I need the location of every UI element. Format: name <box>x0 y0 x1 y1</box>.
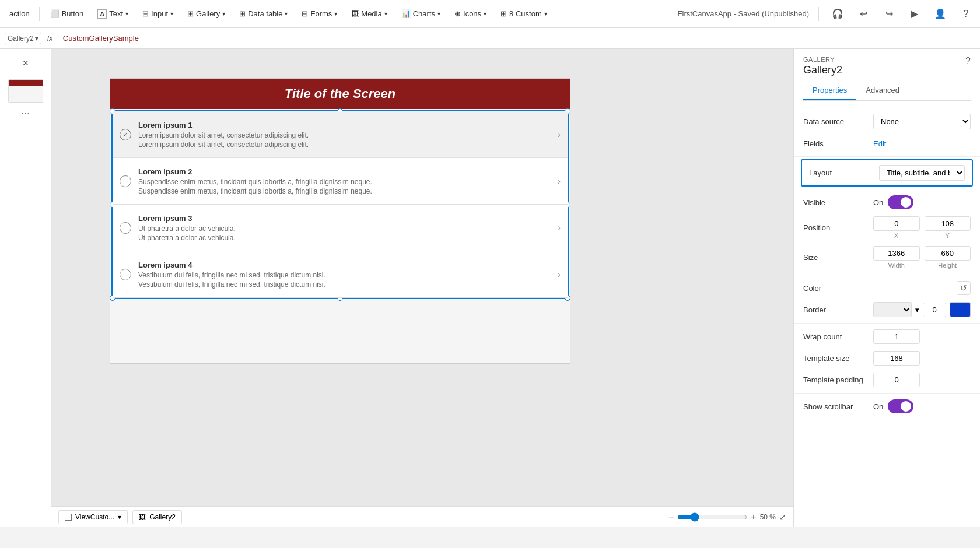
layout-label: Layout <box>809 168 879 177</box>
gallery-component[interactable]: ✓ Lorem ipsum 1 Lorem ipsum dolor sit am… <box>111 110 569 299</box>
scrollbar-toggle[interactable] <box>888 399 914 413</box>
gallery-tab[interactable]: 🖼 Gallery2 <box>132 510 182 524</box>
panel-divider-1 <box>794 156 980 157</box>
size-height-box: Height <box>925 246 971 269</box>
visible-toggle[interactable] <box>888 195 914 209</box>
show-scrollbar-row: Show scrollbar On <box>794 396 980 417</box>
position-y-input[interactable] <box>925 216 971 231</box>
help-button[interactable]: ? <box>957 5 975 23</box>
toolbar-right: FirstCanvasApp - Saved (Unpublished) 🎧 ↩… <box>678 5 975 23</box>
gallery-tab-icon: 🖼 <box>139 513 146 521</box>
item-subtitle-3: Ut pharetra a dolor ac vehicula. <box>138 224 553 233</box>
button-icon: ⬜ <box>50 9 60 18</box>
fields-edit-link[interactable]: Edit <box>873 139 886 148</box>
nav-icons[interactable]: ⊕ Icons ▾ <box>449 6 492 22</box>
input-icon: ⊟ <box>142 9 149 18</box>
tab-properties[interactable]: Properties <box>803 81 856 100</box>
redo-button[interactable]: ↪ <box>880 5 898 23</box>
item-text-4: Lorem ipsum 4 Vestibulum dui felis, frin… <box>138 261 553 289</box>
size-row: Size Width Height <box>794 243 980 272</box>
position-row: Position X Y <box>794 213 980 243</box>
sidebar-more-button[interactable]: ··· <box>21 107 30 120</box>
item-title-4: Lorem ipsum 4 <box>138 261 553 269</box>
nav-text[interactable]: A Text ▾ <box>92 6 134 22</box>
text-chevron: ▾ <box>125 10 128 17</box>
expand-button[interactable]: ⤢ <box>779 512 786 522</box>
scrollbar-toggle-slider <box>888 399 914 413</box>
screen-title-bar: Title of the Screen <box>110 79 570 109</box>
zoom-plus-button[interactable]: + <box>751 512 756 522</box>
headset-icon[interactable]: 🎧 <box>828 5 847 23</box>
nav-charts[interactable]: 📊 Charts ▾ <box>396 6 446 22</box>
forms-icon: ⊟ <box>302 9 308 18</box>
position-x-input[interactable] <box>873 216 920 231</box>
gallery-tab-label: Gallery2 <box>149 513 176 521</box>
panel-section-label: GALLERY <box>803 56 842 63</box>
nav-datatable[interactable]: ⊞ Data table ▾ <box>233 6 293 22</box>
media-icon: 🖼 <box>351 9 359 18</box>
custom-chevron: ▾ <box>544 10 547 17</box>
nav-custom[interactable]: ⊞ 8 Custom ▾ <box>495 6 553 22</box>
screen-thumbnail[interactable] <box>8 79 43 103</box>
screen-tab[interactable]: ViewCusto... ▾ <box>58 510 128 524</box>
border-width-input[interactable] <box>923 303 946 317</box>
gallery-item[interactable]: ✓ Lorem ipsum 1 Lorem ipsum dolor sit am… <box>113 111 568 158</box>
border-color-swatch[interactable] <box>950 302 971 317</box>
nav-forms[interactable]: ⊟ Forms ▾ <box>296 6 343 22</box>
color-row: Color ↺ <box>794 277 980 298</box>
nav-gallery[interactable]: ⊞ Gallery ▾ <box>181 6 231 22</box>
size-width-label: Width <box>873 262 920 269</box>
gallery-item[interactable]: Lorem ipsum 3 Ut pharetra a dolor ac veh… <box>113 205 568 251</box>
border-row: Border — ▾ <box>794 298 980 321</box>
item-icon-4 <box>120 269 131 280</box>
play-button[interactable]: ▶ <box>905 5 924 23</box>
template-size-input[interactable] <box>873 351 920 366</box>
toggle-slider <box>888 195 914 209</box>
back-action[interactable]: action <box>5 9 34 18</box>
undo-button[interactable]: ↩ <box>854 5 873 23</box>
fx-label: fx <box>47 34 53 43</box>
item-subtitle-4: Vestibulum dui felis, fringilla nec mi s… <box>138 271 553 279</box>
visible-value: On <box>873 195 971 209</box>
screen-title-text: Title of the Screen <box>285 86 396 101</box>
user-button[interactable]: 👤 <box>931 5 950 23</box>
nav-input[interactable]: ⊟ Input ▾ <box>136 6 179 22</box>
position-fields: X Y <box>873 216 971 239</box>
item-body-2: Suspendisse enim metus, tincidant quis l… <box>138 187 553 195</box>
app-title: FirstCanvasApp - Saved (Unpublished) <box>678 9 809 18</box>
template-padding-input[interactable] <box>873 373 920 387</box>
zoom-minus-button[interactable]: − <box>668 512 674 522</box>
media-chevron: ▾ <box>384 10 387 17</box>
layout-highlight-box: Layout Title, subtitle, and body <box>801 159 973 187</box>
item-subtitle-1: Lorem ipsum dolor sit amet, consectetur … <box>138 131 553 139</box>
tab-advanced[interactable]: Advanced <box>856 81 909 100</box>
gallery-item[interactable]: Lorem ipsum 2 Suspendisse enim metus, ti… <box>113 158 568 205</box>
data-source-select[interactable]: None <box>873 114 971 129</box>
size-height-input[interactable] <box>925 246 971 261</box>
zoom-slider[interactable] <box>677 512 747 522</box>
nav-media[interactable]: 🖼 Media ▾ <box>345 6 393 22</box>
color-refresh-button[interactable]: ↺ <box>957 281 971 295</box>
selector-chevron: ▾ <box>35 34 38 43</box>
layout-select[interactable]: Title, subtitle, and body <box>879 165 965 181</box>
icons-chevron: ▾ <box>484 10 487 17</box>
item-arrow-4: › <box>558 269 561 280</box>
item-subtitle-2: Suspendisse enim metus, tincidant quis l… <box>138 178 553 186</box>
formula-input[interactable] <box>63 34 975 43</box>
wrap-count-label: Wrap count <box>803 332 873 341</box>
size-width-input[interactable] <box>873 246 920 261</box>
panel-tabs: Properties Advanced <box>803 81 971 101</box>
gallery-item[interactable]: Lorem ipsum 4 Vestibulum dui felis, frin… <box>113 251 568 298</box>
formula-bar: Gallery2 ▾ fx <box>0 28 980 49</box>
charts-chevron: ▾ <box>438 10 440 17</box>
position-label: Position <box>803 223 873 232</box>
main-layout: ✕ ··· Title of the Screen <box>0 49 980 527</box>
component-selector[interactable]: Gallery2 ▾ <box>5 33 41 44</box>
sidebar-close-button[interactable]: ✕ <box>16 54 35 72</box>
custom-icon: ⊞ <box>501 9 507 18</box>
panel-help-icon[interactable]: ? <box>965 56 971 66</box>
nav-button[interactable]: ⬜ Button <box>44 6 90 22</box>
wrap-count-input[interactable] <box>873 329 920 344</box>
border-style-select[interactable]: — <box>873 302 912 317</box>
toolbar-separator-1 <box>39 7 40 21</box>
